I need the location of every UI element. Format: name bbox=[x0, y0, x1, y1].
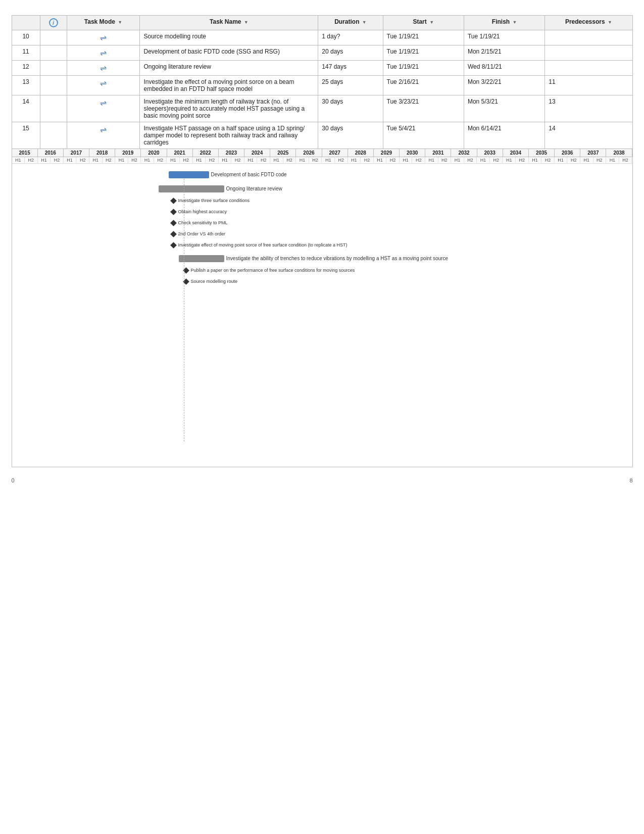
gantt-milestone bbox=[170, 209, 177, 215]
half-cell: H2 bbox=[386, 157, 400, 163]
year-cell: 2036 bbox=[555, 149, 580, 157]
gantt-milestone-label: Source modelling route bbox=[191, 279, 238, 284]
sort-arrow-duration: ▼ bbox=[362, 20, 367, 25]
info-icon: i bbox=[49, 18, 58, 27]
table-row: 11⇌Development of basic FDTD code (SSG a… bbox=[12, 45, 632, 61]
year-cell: 2032 bbox=[451, 149, 477, 157]
year-cell: 2031 bbox=[425, 149, 451, 157]
sort-arrow-predecessors: ▼ bbox=[608, 20, 612, 25]
table-row: 14⇌Investigate the minimum length of rai… bbox=[12, 95, 632, 122]
half-cell: H2 bbox=[51, 157, 64, 163]
year-cell: 2015 bbox=[12, 149, 38, 157]
year-cell: 2037 bbox=[580, 149, 606, 157]
th-task-mode[interactable]: Task Mode ▼ bbox=[67, 16, 140, 30]
row-task-name: Investigate HST passage on a half space … bbox=[140, 122, 318, 149]
row-start: Tue 1/19/21 bbox=[383, 30, 464, 45]
th-finish[interactable]: Finish ▼ bbox=[464, 16, 544, 30]
th-duration[interactable]: Duration ▼ bbox=[318, 16, 383, 30]
row-task-mode: ⇌ bbox=[67, 45, 140, 61]
half-cell: H1 bbox=[606, 157, 619, 163]
row-info bbox=[40, 45, 67, 61]
task-mode-icon: ⇌ bbox=[100, 33, 107, 42]
chart-item: Development of basic FDTD code bbox=[12, 168, 632, 182]
row-task-name: Investigate the minimum length of railwa… bbox=[140, 95, 318, 122]
row-start: Tue 2/16/21 bbox=[383, 76, 464, 95]
row-id: 11 bbox=[12, 45, 40, 61]
row-duration: 20 days bbox=[318, 45, 383, 61]
half-cell: H2 bbox=[231, 157, 244, 163]
half-cell: H2 bbox=[619, 157, 632, 163]
half-cell: H2 bbox=[128, 157, 141, 163]
row-duration: 30 days bbox=[318, 95, 383, 122]
th-predecessors[interactable]: Predecessors ▼ bbox=[545, 16, 632, 30]
year-cell: 2034 bbox=[503, 149, 529, 157]
half-cell: H2 bbox=[309, 157, 322, 163]
th-task-name[interactable]: Task Name ▼ bbox=[140, 16, 318, 30]
row-id: 12 bbox=[12, 61, 40, 76]
half-cell: H2 bbox=[257, 157, 270, 163]
half-cell: H1 bbox=[89, 157, 103, 163]
sort-arrow-finish: ▼ bbox=[512, 20, 517, 25]
half-cell: H2 bbox=[490, 157, 503, 163]
row-finish: Mon 2/15/21 bbox=[464, 45, 544, 61]
row-start: Tue 1/19/21 bbox=[383, 61, 464, 76]
half-cell: H1 bbox=[555, 157, 568, 163]
year-cell: 2016 bbox=[38, 149, 64, 157]
year-cell: 2025 bbox=[270, 149, 296, 157]
row-task-mode: ⇌ bbox=[67, 76, 140, 95]
gantt-bar-blue bbox=[169, 171, 209, 178]
half-cell: H1 bbox=[12, 157, 25, 163]
half-cell: H1 bbox=[503, 157, 516, 163]
year-cell: 2038 bbox=[606, 149, 632, 157]
row-start: Tue 1/19/21 bbox=[383, 45, 464, 61]
year-cell: 2033 bbox=[477, 149, 503, 157]
gantt-chart-container: 2015201620172018201920202021202220232024… bbox=[12, 149, 633, 467]
half-cell: H1 bbox=[167, 157, 180, 163]
half-cell: H1 bbox=[451, 157, 464, 163]
row-info bbox=[40, 95, 67, 122]
row-predecessors bbox=[545, 61, 632, 76]
half-cell: H2 bbox=[516, 157, 529, 163]
half-cell: H1 bbox=[38, 157, 51, 163]
year-cell: 2035 bbox=[529, 149, 555, 157]
half-cell: H2 bbox=[76, 157, 89, 163]
table-row: 15⇌Investigate HST passage on a half spa… bbox=[12, 122, 632, 149]
row-info bbox=[40, 122, 67, 149]
gantt-milestone bbox=[170, 242, 177, 249]
row-task-name: Source modelling route bbox=[140, 30, 318, 45]
half-cell: H1 bbox=[322, 157, 335, 163]
row-duration: 147 days bbox=[318, 61, 383, 76]
gantt-milestone bbox=[170, 220, 177, 226]
row-finish: Wed 8/11/21 bbox=[464, 61, 544, 76]
half-cell: H2 bbox=[25, 157, 38, 163]
page-container: i Task Mode ▼ Task Name ▼ Duration ▼ Sta… bbox=[12, 15, 633, 483]
row-id: 14 bbox=[12, 95, 40, 122]
half-cell: H1 bbox=[115, 157, 128, 163]
sort-arrow-task-mode: ▼ bbox=[118, 20, 122, 25]
half-cell: H2 bbox=[412, 157, 425, 163]
year-cell: 2022 bbox=[193, 149, 219, 157]
chart-item: Publish a paper on the performance of fr… bbox=[12, 266, 632, 277]
table-row: 12⇌Ongoing literature review147 daysTue … bbox=[12, 61, 632, 76]
row-task-name: Ongoing literature review bbox=[140, 61, 318, 76]
gantt-milestone-label: Obtain highest accuracy bbox=[178, 209, 227, 214]
half-cell: H2 bbox=[438, 157, 452, 163]
th-start[interactable]: Start ▼ bbox=[383, 16, 464, 30]
half-cell: H1 bbox=[580, 157, 593, 163]
chart-item: Source modelling route bbox=[12, 277, 632, 288]
gantt-milestone bbox=[170, 198, 177, 204]
half-cell: H1 bbox=[400, 157, 413, 163]
half-cell: H1 bbox=[296, 157, 309, 163]
half-cell: H1 bbox=[64, 157, 77, 163]
half-header: H1H2H1H2H1H2H1H2H1H2H1H2H1H2H1H2H1H2H1H2… bbox=[12, 157, 632, 164]
row-task-mode: ⇌ bbox=[67, 122, 140, 149]
half-cell: H1 bbox=[141, 157, 154, 163]
row-start: Tue 5/4/21 bbox=[383, 122, 464, 149]
row-start: Tue 3/23/21 bbox=[383, 95, 464, 122]
task-mode-icon: ⇌ bbox=[100, 79, 107, 87]
year-cell: 2023 bbox=[219, 149, 244, 157]
row-duration: 1 day? bbox=[318, 30, 383, 45]
year-cell: 2026 bbox=[296, 149, 322, 157]
row-finish: Tue 1/19/21 bbox=[464, 30, 544, 45]
row-info bbox=[40, 30, 67, 45]
